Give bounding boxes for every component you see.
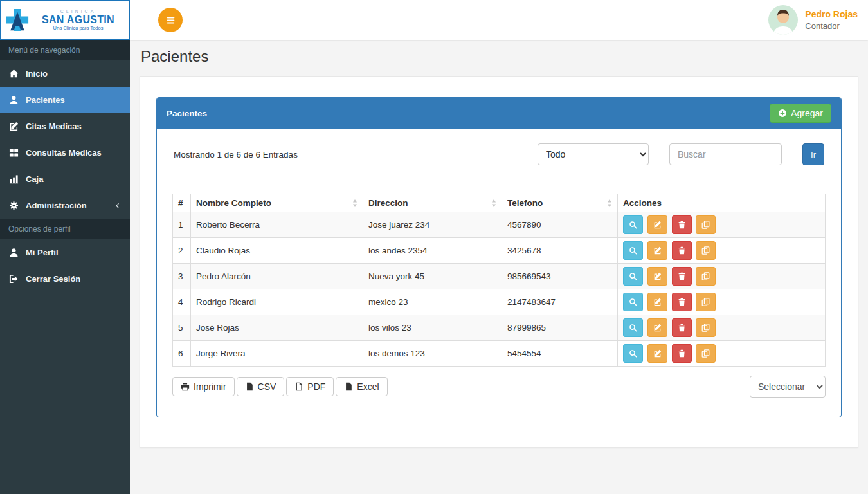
csv-button[interactable]: CSV (237, 377, 285, 396)
sort-icon (607, 199, 612, 207)
patient-name: Pedro Alarcón (191, 264, 363, 289)
clinic-tagline: Una Clínica para Todos (32, 26, 124, 31)
go-button[interactable]: Ir (802, 143, 824, 165)
excel-button[interactable]: Excel (336, 377, 387, 396)
edit-patient-button[interactable] (647, 293, 667, 311)
nav-section-header: Menú de navegación (0, 40, 130, 60)
topbar: Pedro Rojas Contador (130, 0, 868, 40)
clinic-logo[interactable]: CLINICA SAN AGUSTIN Una Clínica para Tod… (0, 0, 130, 40)
user-text: Pedro Rojas Contador (805, 9, 858, 31)
edit-patient-button[interactable] (647, 267, 667, 286)
sidebar-item-label: Pacientes (26, 95, 65, 105)
row-number: 5 (173, 315, 191, 341)
sidebar-item-pacientes[interactable]: Pacientes (0, 87, 130, 113)
trash-icon (678, 349, 686, 358)
patient-phone: 985669543 (502, 264, 618, 289)
col-header-telefono[interactable]: Telefono (502, 194, 618, 212)
col-header-acciones: Acciones (618, 194, 826, 212)
edit-icon (653, 298, 662, 306)
sidebar-item-caja[interactable]: Caja (0, 166, 130, 192)
sidebar-toggle-button[interactable] (158, 8, 183, 32)
table-row: 2 Claudio Rojas los andes 2354 3425678 (173, 238, 826, 264)
delete-patient-button[interactable] (672, 293, 692, 311)
trash-icon (678, 246, 686, 255)
row-number: 1 (173, 212, 191, 238)
row-number: 2 (173, 238, 191, 264)
sidebar-item-consultas-medicas[interactable]: Consultas Medicas (0, 140, 130, 166)
pdf-label: PDF (307, 381, 325, 392)
sidebar-item-administracion[interactable]: Administración (0, 192, 130, 219)
pdf-button[interactable]: PDF (286, 377, 334, 396)
avatar (768, 5, 798, 35)
edit-icon (653, 324, 662, 332)
user-name: Pedro Rojas (805, 9, 858, 19)
copy-patient-button[interactable] (696, 293, 716, 311)
excel-label: Excel (357, 381, 379, 392)
delete-patient-button[interactable] (672, 267, 692, 286)
patient-address: Nueva york 45 (363, 264, 502, 289)
patient-phone: 3425678 (502, 238, 618, 264)
file-pdf-icon (294, 382, 303, 391)
action-select[interactable]: Seleccionar (750, 376, 826, 398)
export-buttons: Imprimir CSV PDF (172, 377, 388, 396)
copy-icon (701, 246, 710, 255)
sidebar-item-mi-perfil[interactable]: Mi Perfil (0, 239, 130, 266)
edit-patient-button[interactable] (647, 241, 667, 260)
delete-patient-button[interactable] (672, 215, 692, 234)
view-patient-button[interactable] (623, 215, 643, 234)
main-area: Pedro Rojas Contador Pacientes Pacientes… (130, 0, 868, 494)
delete-patient-button[interactable] (672, 344, 692, 363)
sidebar-item-label: Cerrar Sesión (26, 274, 80, 284)
sidebar-item-label: Caja (26, 174, 43, 184)
col-header-nombre[interactable]: Nombre Completo (191, 194, 363, 212)
search-input[interactable] (669, 143, 782, 165)
sort-icon (352, 199, 357, 207)
row-actions (618, 212, 826, 238)
bars-icon (165, 15, 176, 26)
sidebar-item-cerrar-sesion[interactable]: Cerrar Sesión (0, 266, 130, 292)
edit-patient-button[interactable] (647, 318, 667, 337)
search-icon (629, 324, 637, 332)
sort-icon (491, 199, 496, 207)
table-controls: Mostrando 1 de 6 de 6 Entradas Todo Ir (174, 143, 824, 165)
view-patient-button[interactable] (623, 318, 643, 337)
panel-heading: Pacientes Agregar (157, 98, 841, 129)
grid-icon (9, 148, 19, 158)
row-actions (618, 341, 826, 367)
search-icon (629, 298, 637, 306)
view-patient-button[interactable] (623, 267, 643, 286)
copy-icon (701, 349, 710, 358)
user-menu[interactable]: Pedro Rojas Contador (768, 5, 858, 35)
edit-icon (653, 272, 662, 280)
trash-icon (678, 298, 686, 306)
edit-patient-button[interactable] (647, 344, 667, 363)
filter-select[interactable]: Todo (538, 143, 649, 165)
print-button[interactable]: Imprimir (172, 377, 235, 396)
sidebar-item-citas-medicas[interactable]: Citas Medicas (0, 113, 130, 140)
clinic-cross-icon (6, 8, 29, 32)
print-label: Imprimir (194, 381, 226, 392)
file-icon (245, 382, 254, 391)
patient-name: Roberto Becerra (191, 212, 363, 238)
view-patient-button[interactable] (623, 344, 643, 363)
copy-patient-button[interactable] (696, 215, 716, 234)
edit-patient-button[interactable] (647, 215, 667, 234)
view-patient-button[interactable] (623, 293, 643, 311)
row-actions (618, 315, 826, 341)
patient-address: los vilos 23 (363, 315, 502, 341)
col-header-direccion[interactable]: Direccion (363, 194, 502, 212)
sidebar-item-inicio[interactable]: Inicio (0, 60, 130, 87)
delete-patient-button[interactable] (672, 241, 692, 260)
content-area: Pacientes Pacientes Agregar Mostrando 1 … (130, 40, 868, 494)
copy-patient-button[interactable] (696, 344, 716, 363)
delete-patient-button[interactable] (672, 318, 692, 337)
copy-patient-button[interactable] (696, 318, 716, 337)
row-actions (618, 264, 826, 289)
copy-patient-button[interactable] (696, 241, 716, 260)
patients-table: # Nombre Completo (172, 194, 826, 367)
add-patient-button[interactable]: Agregar (770, 104, 831, 123)
view-patient-button[interactable] (623, 241, 643, 260)
search-icon (629, 221, 637, 229)
copy-patient-button[interactable] (696, 267, 716, 286)
copy-icon (701, 221, 710, 229)
